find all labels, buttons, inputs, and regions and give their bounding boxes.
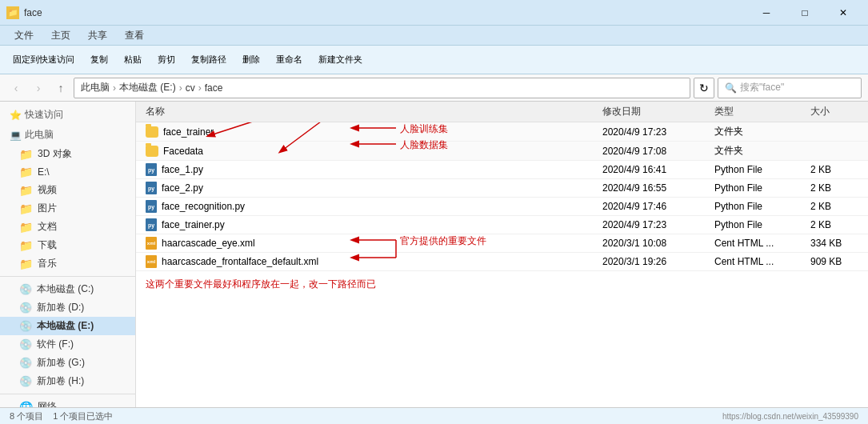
table-row[interactable]: Facedata 2020/4/9 17:08 文件夹 [136,142,868,161]
sidebar-network-label: 网络 [38,400,57,407]
folder-icon-documents: 📁 [19,221,33,234]
sidebar-e-label: E:\ [38,166,50,178]
close-button[interactable]: ✕ [825,0,862,26]
menu-file[interactable]: 文件 [6,27,42,44]
col-size[interactable]: 大小 [810,105,858,118]
sidebar-item-music[interactable]: 📁 音乐 [0,254,135,273]
sidebar-item-3d[interactable]: 📁 3D 对象 [0,145,135,163]
file-modified: 2020/4/9 17:46 [602,201,714,212]
copy-path-button[interactable]: 复制路径 [185,52,233,67]
maximize-button[interactable]: □ [786,0,823,26]
path-face[interactable]: face [205,82,223,94]
sidebar-music-label: 音乐 [38,257,57,270]
window-controls: ─ □ ✕ [748,0,862,26]
rename-button[interactable]: 重命名 [270,52,309,67]
up-button[interactable]: ↑ [51,78,70,98]
file-type: Cent HTML ... [714,238,810,249]
sidebar-3d-label: 3D 对象 [38,147,72,161]
bottom-note-text: 这两个重要文件最好和程序放在一起，改一下路径而已 [146,278,376,290]
sidebar-section-this-pc[interactable]: 💻 此电脑 [0,125,135,145]
sidebar-divider-2 [0,394,135,394]
cut-button[interactable]: 剪切 [151,52,182,67]
status-item-count: 8 个项目 [10,410,43,422]
sidebar-item-h-drive[interactable]: 💿 新加卷 (H:) [0,372,135,390]
sidebar-item-e-main[interactable]: 💿 本地磁盘 (E:) [0,317,135,335]
py-icon-face1: py [146,163,157,176]
sidebar-section-quick-access[interactable]: ⭐ 快速访问 [0,105,135,125]
quick-access-label: 快速访问 [25,108,63,122]
sidebar-item-g-drive[interactable]: 💿 新加卷 (G:) [0,354,135,372]
forward-button[interactable]: › [29,78,48,98]
drive-icon-e: 💿 [19,320,32,332]
copy-button[interactable]: 复制 [84,52,114,67]
path-drive[interactable]: 本地磁盘 (E:) [119,81,176,94]
back-button[interactable]: ‹ [6,78,26,98]
search-box[interactable]: 🔍 搜索"face" [718,78,862,98]
sidebar-pictures-label: 图片 [38,202,57,215]
col-name[interactable]: 名称 [146,105,602,118]
path-cv[interactable]: cv [186,82,195,94]
pin-button[interactable]: 固定到快速访问 [6,52,81,67]
col-type[interactable]: 类型 [714,105,810,118]
table-row[interactable]: xml haarcascade_frontalface_default.xml … [136,253,868,271]
sidebar-item-downloads[interactable]: 📁 下载 [0,236,135,254]
table-row[interactable]: face_trainer 2020/4/9 17:23 文件夹 [136,122,868,142]
file-name: face_trainer [163,126,214,138]
this-pc-label: 此电脑 [25,128,54,142]
file-name-cell: xml haarcascade_eye.xml [146,237,602,250]
sidebar-h-label: 新加卷 (H:) [37,374,84,388]
sidebar-c-label: 本地磁盘 (C:) [37,282,94,296]
file-name-cell: py face_trainer.py [146,218,602,231]
folder-icon-downloads: 📁 [19,239,33,252]
file-size: 2 KB [810,219,858,230]
menu-view[interactable]: 查看 [117,27,152,44]
main-layout: ⭐ 快速访问 💻 此电脑 📁 3D 对象 📁 E:\ 📁 视频 📁 图片 📁 文… [0,102,868,407]
sidebar-g-label: 新加卷 (G:) [37,356,85,370]
table-row[interactable]: py face_recognition.py 2020/4/9 17:46 Py… [136,198,868,216]
sidebar-item-documents[interactable]: 📁 文档 [0,218,135,236]
drive-icon-d: 💿 [19,302,32,314]
minimize-button[interactable]: ─ [748,0,785,26]
file-name-cell: xml haarcascade_frontalface_default.xml [146,255,602,268]
sidebar-item-network[interactable]: 🌐 网络 [0,398,135,407]
sidebar-item-d-drive[interactable]: 💿 新加卷 (D:) [0,298,135,317]
status-bar: 8 个项目 1 个项目已选中 https://blog.csdn.net/wei… [0,407,868,424]
delete-button[interactable]: 删除 [236,52,266,67]
file-name-cell: face_trainer [146,126,602,138]
sidebar-item-f-drive[interactable]: 💿 软件 (F:) [0,335,135,354]
table-row[interactable]: py face_2.py 2020/4/9 16:55 Python File … [136,179,868,198]
address-box[interactable]: 此电脑 › 本地磁盘 (E:) › cv › face [74,78,690,98]
table-row[interactable]: py face_trainer.py 2020/4/9 17:23 Python… [136,216,868,234]
col-modified[interactable]: 修改日期 [602,105,714,118]
new-folder-button[interactable]: 新建文件夹 [312,52,369,67]
table-row[interactable]: xml haarcascade_eye.xml 2020/3/1 10:08 C… [136,234,868,253]
search-icon: 🔍 [725,82,737,94]
path-computer[interactable]: 此电脑 [81,81,110,94]
file-name-cell: py face_2.py [146,182,602,194]
menu-home[interactable]: 主页 [43,27,78,44]
table-row[interactable]: py face_1.py 2020/4/9 16:41 Python File … [136,161,868,179]
file-type: Python File [714,182,810,194]
paste-button[interactable]: 粘贴 [118,52,148,67]
drive-icon-f: 💿 [19,338,32,350]
xml-icon-frontal: xml [146,255,157,268]
drive-icon-c: 💿 [19,283,32,295]
sidebar-item-c-drive[interactable]: 💿 本地磁盘 (C:) [0,280,135,298]
refresh-button[interactable]: ↻ [694,78,714,98]
file-size: 2 KB [810,182,858,194]
sidebar-e-main-label: 本地磁盘 (E:) [37,319,94,333]
sidebar-divider-1 [0,276,135,277]
title-bar-left: 📁 face [6,6,42,19]
sidebar-documents-label: 文档 [38,220,57,234]
sidebar-item-pictures[interactable]: 📁 图片 [0,199,135,218]
sidebar-item-videos[interactable]: 📁 视频 [0,181,135,199]
folder-icon-videos: 📁 [19,184,33,197]
folder-icon-face-trainer [146,126,158,138]
xml-icon-eye: xml [146,237,157,250]
sidebar-item-e-drive[interactable]: 📁 E:\ [0,163,135,181]
menu-share[interactable]: 共享 [80,27,115,44]
file-modified: 2020/4/9 17:23 [602,126,714,138]
file-list-header: 名称 修改日期 类型 大小 [136,102,868,122]
file-modified: 2020/4/9 17:23 [602,219,714,230]
computer-icon: 💻 [10,130,22,141]
